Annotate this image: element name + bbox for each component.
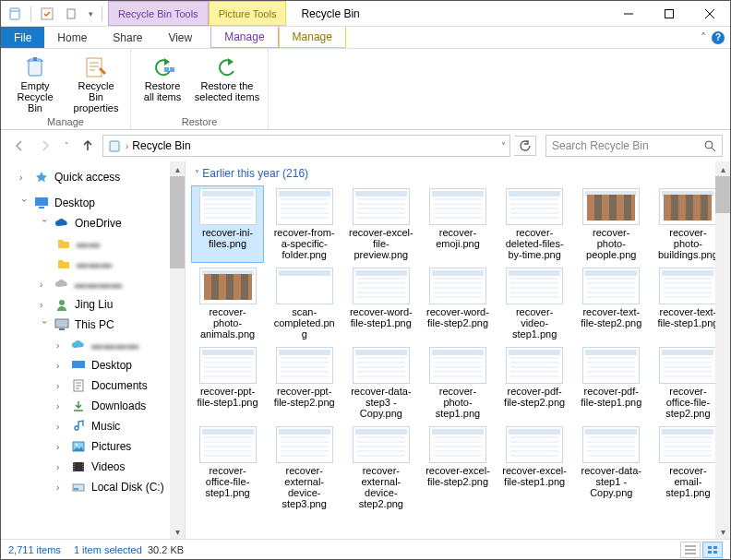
file-item[interactable]: recover-external-device-step2.png xyxy=(344,423,417,512)
scroll-up-icon[interactable]: ▴ xyxy=(715,161,730,176)
chevron-down-icon[interactable]: › xyxy=(40,219,50,228)
file-item[interactable]: recover-emoji.png xyxy=(421,185,494,263)
file-item[interactable]: recover-photo-animals.png xyxy=(191,265,264,342)
qat-dropdown-icon[interactable]: ▾ xyxy=(85,4,96,24)
file-item[interactable]: recover-office-file-step2.png xyxy=(652,344,725,422)
empty-recycle-bin-button[interactable]: Empty Recycle Bin xyxy=(8,53,62,114)
tab-home[interactable]: Home xyxy=(44,27,100,48)
icons-view-button[interactable] xyxy=(702,542,723,558)
file-item[interactable]: recover-photo-people.png xyxy=(575,185,648,263)
nav-desktop[interactable]: › Desktop xyxy=(1,193,185,213)
close-button[interactable] xyxy=(689,1,730,26)
picture-tools-tab[interactable]: Picture Tools xyxy=(209,1,287,26)
forward-button[interactable] xyxy=(34,135,56,157)
file-item[interactable]: recover-excel-file-preview.png xyxy=(344,185,417,263)
nav-documents[interactable]: ›Documents xyxy=(1,375,185,396)
refresh-button[interactable] xyxy=(514,136,536,156)
back-button[interactable] xyxy=(8,135,30,157)
restore-selected-button[interactable]: Restore the selected items xyxy=(194,53,260,114)
up-button[interactable] xyxy=(77,135,99,157)
nav-downloads[interactable]: ›Downloads xyxy=(1,396,185,416)
file-item[interactable]: recover-photo-step1.png xyxy=(421,344,494,422)
file-item[interactable]: recover-pdf-file-step2.png xyxy=(498,344,571,422)
file-item[interactable]: recover-video-step1.png xyxy=(498,265,571,342)
search-input[interactable]: Search Recycle Bin xyxy=(545,135,723,157)
nav-local-disk-c[interactable]: ›Local Disk (C:) xyxy=(1,477,185,497)
chevron-right-icon[interactable]: › xyxy=(19,173,29,183)
scroll-up-icon[interactable]: ▴ xyxy=(170,161,185,176)
group-header[interactable]: ˅ Earlier this year (216) xyxy=(186,161,730,185)
navigation-pane: › Quick access › Desktop › OneDrive ▬▬ ▬… xyxy=(1,161,186,539)
file-item[interactable]: recover-from-a-specific-folder.png xyxy=(268,185,341,263)
nav-onedrive[interactable]: › OneDrive xyxy=(1,213,185,233)
file-item[interactable]: recover-photo-buildings.png xyxy=(652,185,725,263)
tab-file[interactable]: File xyxy=(1,27,44,48)
address-bar[interactable]: › Recycle Bin ˅ xyxy=(102,135,510,157)
file-item[interactable]: recover-text-file-step2.png xyxy=(575,265,648,342)
chevron-down-icon[interactable]: ˅ xyxy=(195,169,199,179)
file-item[interactable]: recover-deleted-files-by-time.png xyxy=(498,185,571,263)
restore-all-button[interactable]: Restore all items xyxy=(138,53,186,114)
recycle-bin-properties-button[interactable]: Recycle Bin properties xyxy=(69,53,123,114)
nav-folder-blurred[interactable]: ›▬▬▬▬ xyxy=(1,335,185,355)
file-item[interactable]: recover-data-step3 - Copy.png xyxy=(344,344,417,422)
file-item[interactable]: recover-ppt-file-step2.png xyxy=(268,344,341,422)
minimize-button[interactable] xyxy=(608,1,649,26)
details-view-button[interactable] xyxy=(680,542,701,558)
file-item[interactable]: recover-word-file-step1.png xyxy=(344,265,417,342)
file-item[interactable]: recover-email-step1.png xyxy=(652,423,725,512)
nav-desktop-folder[interactable]: ›Desktop xyxy=(1,355,185,375)
file-name: recover-text-file-step1.png xyxy=(655,306,720,340)
nav-label: ▬▬▬▬ xyxy=(91,339,139,351)
maximize-button[interactable] xyxy=(649,1,689,26)
scroll-down-icon[interactable]: ▾ xyxy=(170,524,185,539)
tab-manage-recycle[interactable]: Manage xyxy=(210,27,278,48)
tab-view[interactable]: View xyxy=(155,27,205,48)
file-item[interactable]: recover-text-file-step1.png xyxy=(652,265,725,342)
collapse-ribbon-icon[interactable]: ˄ xyxy=(701,31,706,44)
address-dropdown-icon[interactable]: ˅ xyxy=(501,141,506,151)
file-item[interactable]: recover-external-device-step3.png xyxy=(268,423,341,512)
scroll-down-icon[interactable]: ▾ xyxy=(715,524,730,539)
nav-quick-access[interactable]: › Quick access xyxy=(1,167,185,187)
chevron-down-icon[interactable]: › xyxy=(19,198,30,208)
file-name: recover-ini-files.png xyxy=(196,227,260,260)
qat-properties-icon[interactable] xyxy=(37,4,57,24)
content-scrollbar-track[interactable] xyxy=(715,161,730,539)
navigation-bar: ˅ › Recycle Bin ˅ Search Recycle Bin xyxy=(1,130,730,161)
file-thumbnail xyxy=(276,347,333,384)
qat-new-icon[interactable] xyxy=(61,4,81,24)
recycle-bin-icon[interactable] xyxy=(5,4,25,24)
nav-this-pc[interactable]: ›This PC xyxy=(1,315,185,335)
file-name: recover-ppt-file-step1.png xyxy=(196,386,260,419)
svg-point-12 xyxy=(59,300,65,305)
file-item[interactable]: recover-ini-files.png xyxy=(191,185,264,263)
quick-access-toolbar: ▾ xyxy=(1,1,108,26)
pictures-icon xyxy=(71,439,86,454)
nav-videos[interactable]: ›Videos xyxy=(1,457,185,477)
tab-manage-picture[interactable]: Manage xyxy=(279,27,346,48)
tab-share[interactable]: Share xyxy=(100,27,155,48)
help-icon[interactable]: ? xyxy=(712,31,725,44)
nav-folder-blurred[interactable]: ▬▬ xyxy=(1,233,185,254)
nav-folder-blurred[interactable]: ▬▬▬ xyxy=(1,254,185,274)
nav-music[interactable]: ›Music xyxy=(1,416,185,436)
file-item[interactable]: recover-word-file-step2.png xyxy=(421,265,494,342)
file-item[interactable]: recover-office-file-step1.png xyxy=(191,423,264,512)
breadcrumb-segment[interactable]: Recycle Bin xyxy=(132,139,190,152)
file-item[interactable]: recover-excel-file-step1.png xyxy=(498,423,571,512)
nav-scrollbar-thumb[interactable] xyxy=(170,176,185,268)
recycle-bin-tools-tab[interactable]: Recycle Bin Tools xyxy=(108,1,209,26)
file-item[interactable]: recover-data-step1 - Copy.png xyxy=(575,423,648,512)
chevron-right-icon[interactable]: › xyxy=(126,141,128,151)
file-item[interactable]: recover-excel-file-step2.png xyxy=(421,423,494,512)
content-scrollbar-thumb[interactable] xyxy=(715,176,730,213)
nav-folder-blurred[interactable]: ›▬▬▬▬ xyxy=(1,274,185,294)
file-item[interactable]: recover-ppt-file-step1.png xyxy=(191,344,264,422)
file-item[interactable]: recover-pdf-file-step1.png xyxy=(575,344,648,422)
recent-locations-button[interactable]: ˅ xyxy=(60,135,73,157)
nav-user[interactable]: ›Jing Liu xyxy=(1,294,185,315)
nav-pictures[interactable]: ›Pictures xyxy=(1,436,185,457)
file-item[interactable]: scan-completed.png xyxy=(268,265,341,342)
cloud-icon xyxy=(54,277,69,292)
